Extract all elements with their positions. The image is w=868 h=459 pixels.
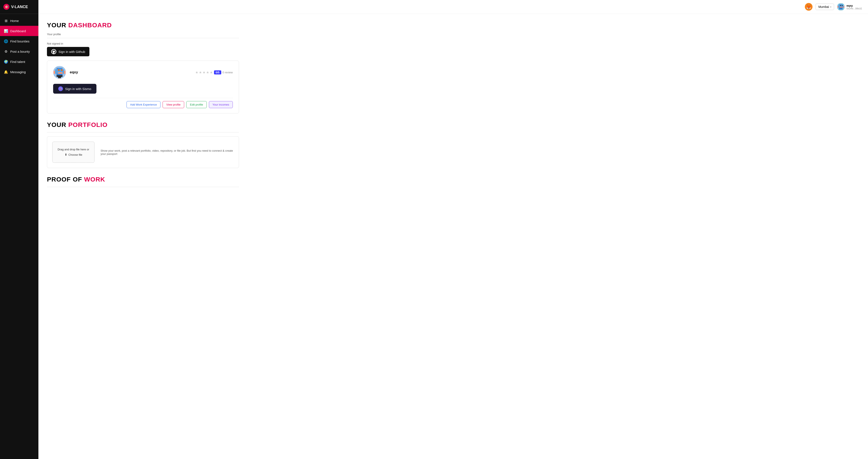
svg-rect-3	[839, 8, 843, 9]
sidebar-item-find-bounties[interactable]: 🌐 Find bounties	[0, 36, 38, 46]
page-title: YOUR DASHBOARD	[47, 22, 239, 29]
home-icon: ⊞	[4, 19, 8, 23]
user-menu[interactable]: eqxy 0xD4e...08b1E	[837, 3, 862, 11]
your-incomes-button[interactable]: Your incomes	[209, 101, 233, 108]
sismo-icon: 🔮	[58, 87, 63, 91]
svg-rect-15	[58, 72, 63, 74]
avatar	[837, 3, 845, 11]
sidebar-logo: 🎯 V-LANCE	[0, 0, 38, 14]
github-icon	[51, 49, 56, 54]
portfolio-section: YOUR PORTFOLIO Drag and drop file here o…	[47, 121, 239, 168]
chevron-down-icon: ▾	[830, 6, 831, 8]
find-talent-icon: 🌍	[4, 60, 8, 64]
sidebar-item-dashboard[interactable]: 📊 Dashboard	[0, 26, 38, 36]
github-signin-button[interactable]: Sign in with Github	[47, 47, 89, 56]
sismo-signin-button[interactable]: 🔮 Sign in with Sismo	[53, 84, 96, 94]
main-content: 🦊 Mumbai ▾ eqxy	[38, 0, 868, 459]
svg-rect-6	[840, 7, 843, 8]
add-work-experience-button[interactable]: Add Work Experience	[127, 101, 161, 108]
svg-rect-18	[57, 75, 63, 77]
sidebar: 🎯 V-LANCE ⊞ Home 📊 Dashboard 🌐 Find boun…	[0, 0, 38, 459]
sidebar-item-find-talent[interactable]: 🌍 Find talent	[0, 57, 38, 67]
title-static: YOUR	[47, 22, 68, 29]
pow-title-static: PROOF OF	[47, 176, 84, 183]
sidebar-item-label: Find talent	[10, 60, 25, 64]
upload-arrow-icon: ⬆	[65, 153, 67, 156]
portfolio-title-static: YOUR	[47, 121, 68, 128]
pow-title: PROOF OF WORK	[47, 176, 239, 183]
dashboard-icon: 📊	[4, 29, 8, 33]
sidebar-item-label: Post a bounty	[10, 50, 30, 53]
review-count: 0 review	[222, 71, 233, 74]
svg-rect-7	[837, 6, 838, 8]
svg-rect-5	[842, 5, 843, 6]
profile-avatar	[53, 66, 66, 79]
choose-file-label: Choose file	[68, 153, 82, 156]
profile-card: eqxy ★ ★ ★ ★ ★ 0/5 0 review �	[47, 61, 239, 113]
sidebar-item-post-bounty[interactable]: ⚙ Post a bounty	[0, 46, 38, 57]
sidebar-item-messaging[interactable]: 🔔 Messaging	[0, 67, 38, 77]
profile-actions: Add Work Experience View profile Edit pr…	[53, 98, 233, 108]
header: 🦊 Mumbai ▾ eqxy	[38, 0, 868, 14]
find-bounties-icon: 🌐	[4, 39, 8, 43]
svg-rect-8	[843, 6, 844, 8]
sismo-btn-label: Sign in with Sismo	[65, 87, 91, 91]
star-3: ★	[203, 70, 206, 74]
portfolio-card: Drag and drop file here or ⬆ Choose file…	[47, 136, 239, 168]
sidebar-nav: ⊞ Home 📊 Dashboard 🌐 Find bounties ⚙ Pos…	[0, 15, 38, 77]
portfolio-hint: Show your work, post a relevant portfoli…	[100, 149, 234, 156]
proof-of-work-section: PROOF OF WORK	[47, 176, 239, 187]
logo-text: V-LANCE	[11, 5, 28, 9]
sidebar-item-label: Messaging	[10, 70, 26, 74]
star-2: ★	[199, 70, 202, 74]
pow-title-highlight: WORK	[84, 176, 105, 183]
svg-rect-19	[58, 77, 61, 78]
profile-section: Your profile Not signed in Sign in with …	[47, 33, 239, 113]
sidebar-item-home[interactable]: ⊞ Home	[0, 15, 38, 26]
svg-rect-17	[64, 71, 65, 74]
wallet-address: 0xD4e...08b1E	[846, 7, 862, 10]
svg-rect-4	[840, 5, 841, 6]
title-highlight: DASHBOARD	[68, 22, 112, 29]
svg-rect-16	[54, 71, 55, 74]
sidebar-item-label: Find bounties	[10, 39, 29, 43]
messaging-icon: 🔔	[4, 70, 8, 74]
stars-row: ★ ★ ★ ★ ★	[195, 70, 213, 74]
view-profile-button[interactable]: View profile	[163, 101, 184, 108]
edit-profile-button[interactable]: Edit profile	[186, 101, 207, 108]
metamask-fox-icon[interactable]: 🦊	[805, 3, 812, 11]
profile-name: eqxy	[70, 70, 78, 74]
star-1: ★	[195, 70, 198, 74]
network-label: Mumbai	[818, 5, 829, 8]
profile-card-top: eqxy ★ ★ ★ ★ ★ 0/5 0 review	[53, 66, 233, 79]
profile-section-label: Your profile	[47, 33, 239, 36]
svg-rect-14	[61, 69, 63, 71]
upload-area[interactable]: Drag and drop file here or ⬆ Choose file	[52, 142, 95, 163]
username-display: eqxy	[846, 4, 862, 7]
not-signed-label: Not signed in	[47, 42, 239, 45]
choose-file-button[interactable]: ⬆ Choose file	[65, 153, 82, 156]
github-btn-label: Sign in with Github	[59, 50, 85, 54]
sidebar-item-label: Dashboard	[10, 29, 26, 33]
svg-rect-13	[58, 69, 60, 71]
portfolio-title: YOUR PORTFOLIO	[47, 121, 239, 128]
upload-text: Drag and drop file here or	[58, 148, 89, 151]
network-selector[interactable]: Mumbai ▾	[815, 4, 834, 10]
username-block: eqxy 0xD4e...08b1E	[846, 4, 862, 10]
star-4: ★	[206, 70, 209, 74]
sidebar-item-label: Home	[10, 19, 19, 23]
score-badge: 0/5	[214, 70, 221, 74]
logo-icon: 🎯	[3, 4, 9, 10]
post-bounty-icon: ⚙	[4, 49, 8, 54]
portfolio-title-highlight: PORTFOLIO	[68, 121, 107, 128]
star-5: ★	[210, 70, 213, 74]
profile-stars: ★ ★ ★ ★ ★ 0/5 0 review	[195, 70, 233, 74]
page-content: YOUR DASHBOARD Your profile Not signed i…	[38, 14, 248, 202]
